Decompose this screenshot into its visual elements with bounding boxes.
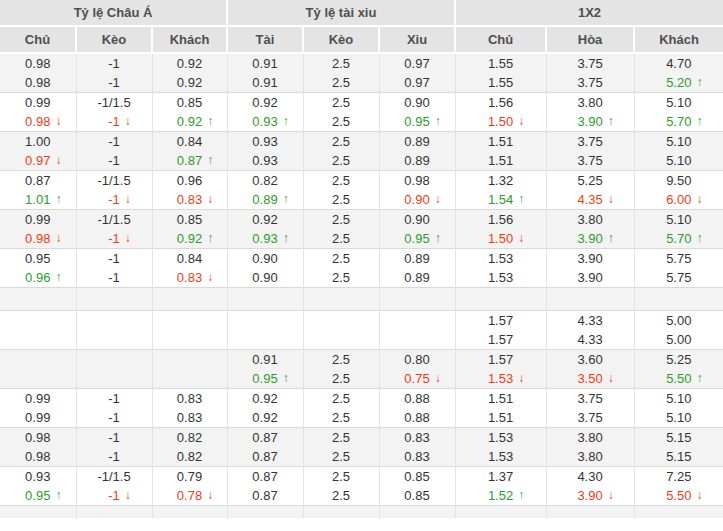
odds-value: 5.10 [666,410,691,425]
odds-value: 2.5 [332,75,350,90]
odds-cell: 0.93↑ [227,229,303,249]
odds-value: 0.98 [25,56,50,71]
odds-cell: 1.56 [455,210,546,230]
odds-value: 5.25 [577,173,602,188]
odds-cell [379,506,455,519]
odds-cell: 0.95 [0,249,76,269]
odds-value: 0.85 [404,488,429,503]
odds-cell: 0.95↑ [0,486,76,506]
odds-cell [152,369,227,389]
odds-value: 0.92 [177,75,202,90]
odds-cell [303,311,379,331]
odds-cell: 2.5 [303,190,379,210]
arrow-up-icon: ↑ [518,190,524,209]
odds-cell [455,288,546,311]
odds-row: 0.93-1/1.50.790.872.50.851.374.307.25 [0,467,723,487]
odds-cell: 1.00 [0,132,76,152]
odds-value: 1.57 [488,352,513,367]
odds-cell: 0.95↑ [227,369,303,389]
odds-cell: 2.5 [303,73,379,93]
odds-cell: 4.33 [546,330,634,350]
odds-cell [634,506,723,519]
odds-value: 5.10 [666,153,691,168]
odds-cell: 1.51 [455,151,546,171]
odds-value: 0.82 [177,430,202,445]
odds-row: 0.95-10.840.902.50.891.533.905.75 [0,249,723,269]
odds-cell: 0.87 [227,467,303,487]
odds-cell: 0.98 [0,73,76,93]
odds-value: 1.00 [25,134,50,149]
odds-cell: 0.91 [227,350,303,370]
odds-value: 0.87 [252,449,277,464]
odds-cell: -1 [76,132,152,152]
odds-value: 2.5 [332,114,350,129]
odds-cell: 5.10 [634,408,723,428]
odds-value: 3.90 [577,114,602,129]
odds-row: 1.574.335.00 [0,330,723,350]
arrow-up-icon: ↑ [608,229,614,248]
odds-value: -1 [108,75,120,90]
odds-cell: 2.5 [303,249,379,269]
odds-value: 2.5 [332,134,350,149]
odds-cell: 1.55 [455,53,546,73]
odds-cell: 0.93 [227,132,303,152]
odds-value: 1.51 [488,134,513,149]
odds-value: 2.5 [332,212,350,227]
odds-value: 9.50 [666,173,691,188]
odds-cell: 5.15 [634,428,723,448]
odds-cell: 0.87↑ [152,151,227,171]
odds-row: 0.98↓-1↓0.92↑0.93↑2.50.95↑1.50↓3.90↑5.70… [0,229,723,249]
odds-cell: 0.92 [152,73,227,93]
odds-cell: 0.90 [227,249,303,269]
odds-cell [76,369,152,389]
odds-value: 0.93 [25,469,50,484]
odds-value: 0.97 [404,75,429,90]
arrow-down-icon: ↓ [55,151,61,170]
odds-cell: 3.60 [546,350,634,370]
odds-cell: 0.80 [379,350,455,370]
odds-value: 0.95 [404,231,429,246]
odds-cell: 0.98↓ [0,112,76,132]
odds-cell: 0.87 [227,428,303,448]
odds-value: 2.5 [332,56,350,71]
odds-cell: 5.70↑ [634,229,723,249]
odds-cell: 3.75 [546,132,634,152]
odds-value: 5.50 [666,488,691,503]
odds-cell: 5.20↑ [634,73,723,93]
odds-value: -1 [108,391,120,406]
odds-cell: 1.53 [455,268,546,288]
odds-cell: 0.89 [379,132,455,152]
odds-cell: 2.5 [303,369,379,389]
odds-value: 0.91 [252,75,277,90]
odds-cell: 0.88 [379,408,455,428]
odds-value: -1 [108,410,120,425]
arrow-up-icon: ↑ [283,369,289,388]
odds-value: -1 [108,134,120,149]
arrow-up-icon: ↑ [518,486,524,505]
odds-cell: 2.5 [303,151,379,171]
odds-cell: -1/1.5 [76,210,152,230]
odds-value: 1.50 [488,231,513,246]
odds-cell: 0.92↑ [152,229,227,249]
odds-cell: 0.89 [379,151,455,171]
odds-value: 0.85 [177,95,202,110]
odds-value: 0.95 [404,114,429,129]
odds-cell: 0.87 [0,171,76,191]
odds-value: 1.51 [488,153,513,168]
odds-row: 0.97↓-10.87↑0.932.50.891.513.755.10 [0,151,723,171]
odds-value: 0.96 [177,173,202,188]
odds-value: 0.93 [252,231,277,246]
odds-value: 0.82 [252,173,277,188]
arrow-up-icon: ↑ [283,229,289,248]
odds-row: 1.01↑-1↓0.83↓0.89↑2.50.90↓1.54↑4.35↓6.00… [0,190,723,210]
odds-cell: 3.75 [546,389,634,409]
odds-cell: 0.92↑ [152,112,227,132]
odds-cell: 1.32 [455,171,546,191]
odds-cell: 0.93↑ [227,112,303,132]
odds-cell: 0.99 [0,93,76,113]
odds-cell: 0.75↓ [379,369,455,389]
col-header-ou-line: Kèo [303,26,379,53]
odds-value: 0.79 [177,469,202,484]
arrow-up-icon: ↑ [55,190,61,209]
odds-cell: 2.5 [303,93,379,113]
